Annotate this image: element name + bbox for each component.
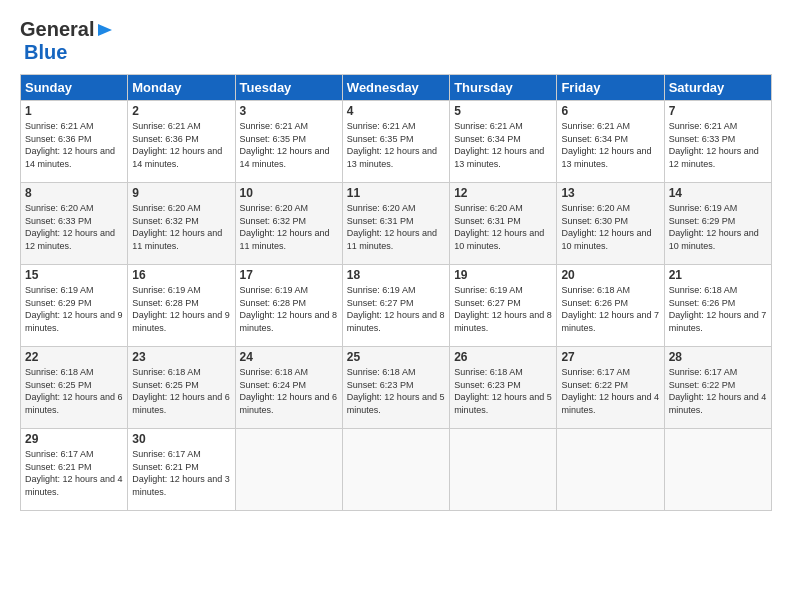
calendar-cell: 9 Sunrise: 6:20 AMSunset: 6:32 PMDayligh…: [128, 183, 235, 265]
day-number: 19: [454, 268, 552, 282]
day-number: 21: [669, 268, 767, 282]
logo: General Blue: [20, 18, 114, 64]
day-info: Sunrise: 6:20 AMSunset: 6:31 PMDaylight:…: [454, 202, 552, 252]
calendar-cell: 16 Sunrise: 6:19 AMSunset: 6:28 PMDaylig…: [128, 265, 235, 347]
calendar-body: 1 Sunrise: 6:21 AMSunset: 6:36 PMDayligh…: [21, 101, 772, 511]
day-number: 17: [240, 268, 338, 282]
day-number: 13: [561, 186, 659, 200]
calendar-week-row: 1 Sunrise: 6:21 AMSunset: 6:36 PMDayligh…: [21, 101, 772, 183]
calendar-week-row: 8 Sunrise: 6:20 AMSunset: 6:33 PMDayligh…: [21, 183, 772, 265]
day-info: Sunrise: 6:21 AMSunset: 6:33 PMDaylight:…: [669, 120, 767, 170]
calendar-cell: [664, 429, 771, 511]
day-number: 14: [669, 186, 767, 200]
calendar-header-row: SundayMondayTuesdayWednesdayThursdayFrid…: [21, 75, 772, 101]
day-number: 12: [454, 186, 552, 200]
day-number: 26: [454, 350, 552, 364]
day-number: 16: [132, 268, 230, 282]
calendar-cell: [342, 429, 449, 511]
day-number: 5: [454, 104, 552, 118]
day-info: Sunrise: 6:19 AMSunset: 6:29 PMDaylight:…: [25, 284, 123, 334]
day-info: Sunrise: 6:21 AMSunset: 6:34 PMDaylight:…: [454, 120, 552, 170]
day-number: 18: [347, 268, 445, 282]
calendar-cell: 2 Sunrise: 6:21 AMSunset: 6:36 PMDayligh…: [128, 101, 235, 183]
day-info: Sunrise: 6:18 AMSunset: 6:23 PMDaylight:…: [454, 366, 552, 416]
calendar-cell: [235, 429, 342, 511]
calendar-week-row: 29 Sunrise: 6:17 AMSunset: 6:21 PMDaylig…: [21, 429, 772, 511]
calendar-cell: 17 Sunrise: 6:19 AMSunset: 6:28 PMDaylig…: [235, 265, 342, 347]
day-info: Sunrise: 6:20 AMSunset: 6:32 PMDaylight:…: [240, 202, 338, 252]
calendar-cell: 12 Sunrise: 6:20 AMSunset: 6:31 PMDaylig…: [450, 183, 557, 265]
day-info: Sunrise: 6:19 AMSunset: 6:28 PMDaylight:…: [240, 284, 338, 334]
calendar-header-sunday: Sunday: [21, 75, 128, 101]
calendar-cell: 15 Sunrise: 6:19 AMSunset: 6:29 PMDaylig…: [21, 265, 128, 347]
calendar-cell: 11 Sunrise: 6:20 AMSunset: 6:31 PMDaylig…: [342, 183, 449, 265]
calendar-cell: 28 Sunrise: 6:17 AMSunset: 6:22 PMDaylig…: [664, 347, 771, 429]
day-info: Sunrise: 6:21 AMSunset: 6:35 PMDaylight:…: [347, 120, 445, 170]
day-number: 29: [25, 432, 123, 446]
day-info: Sunrise: 6:20 AMSunset: 6:33 PMDaylight:…: [25, 202, 123, 252]
calendar-cell: 20 Sunrise: 6:18 AMSunset: 6:26 PMDaylig…: [557, 265, 664, 347]
calendar-cell: 14 Sunrise: 6:19 AMSunset: 6:29 PMDaylig…: [664, 183, 771, 265]
day-number: 8: [25, 186, 123, 200]
day-number: 11: [347, 186, 445, 200]
day-info: Sunrise: 6:20 AMSunset: 6:32 PMDaylight:…: [132, 202, 230, 252]
day-info: Sunrise: 6:20 AMSunset: 6:30 PMDaylight:…: [561, 202, 659, 252]
day-info: Sunrise: 6:21 AMSunset: 6:34 PMDaylight:…: [561, 120, 659, 170]
day-info: Sunrise: 6:20 AMSunset: 6:31 PMDaylight:…: [347, 202, 445, 252]
day-info: Sunrise: 6:18 AMSunset: 6:26 PMDaylight:…: [561, 284, 659, 334]
header: General Blue: [20, 18, 772, 64]
calendar-cell: 22 Sunrise: 6:18 AMSunset: 6:25 PMDaylig…: [21, 347, 128, 429]
calendar-header-thursday: Thursday: [450, 75, 557, 101]
day-number: 23: [132, 350, 230, 364]
calendar-cell: 19 Sunrise: 6:19 AMSunset: 6:27 PMDaylig…: [450, 265, 557, 347]
day-info: Sunrise: 6:18 AMSunset: 6:24 PMDaylight:…: [240, 366, 338, 416]
day-number: 20: [561, 268, 659, 282]
day-number: 9: [132, 186, 230, 200]
day-info: Sunrise: 6:19 AMSunset: 6:27 PMDaylight:…: [347, 284, 445, 334]
page: General Blue SundayMondayTuesdayWednesda…: [0, 0, 792, 612]
day-number: 15: [25, 268, 123, 282]
day-number: 6: [561, 104, 659, 118]
calendar-cell: 30 Sunrise: 6:17 AMSunset: 6:21 PMDaylig…: [128, 429, 235, 511]
day-info: Sunrise: 6:19 AMSunset: 6:28 PMDaylight:…: [132, 284, 230, 334]
calendar-cell: 24 Sunrise: 6:18 AMSunset: 6:24 PMDaylig…: [235, 347, 342, 429]
calendar-week-row: 15 Sunrise: 6:19 AMSunset: 6:29 PMDaylig…: [21, 265, 772, 347]
calendar-cell: 18 Sunrise: 6:19 AMSunset: 6:27 PMDaylig…: [342, 265, 449, 347]
calendar-cell: 26 Sunrise: 6:18 AMSunset: 6:23 PMDaylig…: [450, 347, 557, 429]
day-number: 10: [240, 186, 338, 200]
calendar-cell: 6 Sunrise: 6:21 AMSunset: 6:34 PMDayligh…: [557, 101, 664, 183]
day-info: Sunrise: 6:17 AMSunset: 6:21 PMDaylight:…: [132, 448, 230, 498]
calendar-cell: 10 Sunrise: 6:20 AMSunset: 6:32 PMDaylig…: [235, 183, 342, 265]
calendar-cell: 13 Sunrise: 6:20 AMSunset: 6:30 PMDaylig…: [557, 183, 664, 265]
calendar-cell: 7 Sunrise: 6:21 AMSunset: 6:33 PMDayligh…: [664, 101, 771, 183]
day-info: Sunrise: 6:17 AMSunset: 6:22 PMDaylight:…: [669, 366, 767, 416]
day-info: Sunrise: 6:21 AMSunset: 6:36 PMDaylight:…: [132, 120, 230, 170]
calendar-cell: 27 Sunrise: 6:17 AMSunset: 6:22 PMDaylig…: [557, 347, 664, 429]
calendar-cell: 29 Sunrise: 6:17 AMSunset: 6:21 PMDaylig…: [21, 429, 128, 511]
day-info: Sunrise: 6:21 AMSunset: 6:36 PMDaylight:…: [25, 120, 123, 170]
calendar-cell: 21 Sunrise: 6:18 AMSunset: 6:26 PMDaylig…: [664, 265, 771, 347]
day-number: 22: [25, 350, 123, 364]
day-number: 27: [561, 350, 659, 364]
calendar-header-saturday: Saturday: [664, 75, 771, 101]
day-info: Sunrise: 6:21 AMSunset: 6:35 PMDaylight:…: [240, 120, 338, 170]
calendar-cell: 4 Sunrise: 6:21 AMSunset: 6:35 PMDayligh…: [342, 101, 449, 183]
day-number: 3: [240, 104, 338, 118]
day-info: Sunrise: 6:17 AMSunset: 6:22 PMDaylight:…: [561, 366, 659, 416]
day-info: Sunrise: 6:18 AMSunset: 6:26 PMDaylight:…: [669, 284, 767, 334]
calendar-cell: 5 Sunrise: 6:21 AMSunset: 6:34 PMDayligh…: [450, 101, 557, 183]
calendar-cell: [450, 429, 557, 511]
calendar-table: SundayMondayTuesdayWednesdayThursdayFrid…: [20, 74, 772, 511]
day-number: 4: [347, 104, 445, 118]
calendar-cell: [557, 429, 664, 511]
day-info: Sunrise: 6:18 AMSunset: 6:25 PMDaylight:…: [132, 366, 230, 416]
calendar-cell: 3 Sunrise: 6:21 AMSunset: 6:35 PMDayligh…: [235, 101, 342, 183]
calendar-header-wednesday: Wednesday: [342, 75, 449, 101]
calendar-header-friday: Friday: [557, 75, 664, 101]
day-number: 24: [240, 350, 338, 364]
day-number: 28: [669, 350, 767, 364]
logo-general: General: [20, 18, 94, 41]
day-number: 30: [132, 432, 230, 446]
day-info: Sunrise: 6:19 AMSunset: 6:29 PMDaylight:…: [669, 202, 767, 252]
day-number: 2: [132, 104, 230, 118]
